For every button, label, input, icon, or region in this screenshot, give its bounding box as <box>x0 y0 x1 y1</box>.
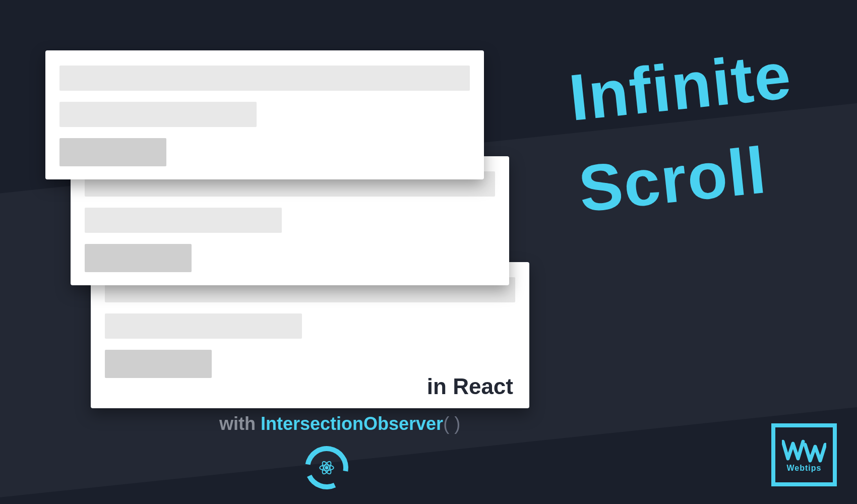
skeleton-line <box>59 138 166 166</box>
webtips-logo: Webtips <box>771 423 837 486</box>
webtips-ww-icon <box>782 437 826 463</box>
skeleton-line <box>59 102 257 127</box>
react-icon <box>319 460 334 475</box>
svg-point-0 <box>326 467 328 469</box>
subtitle-api: IntersectionObserver <box>261 413 443 434</box>
skeleton-line <box>85 244 192 272</box>
skeleton-line <box>105 350 212 378</box>
in-react-label: in React <box>427 374 513 399</box>
skeleton-line <box>105 313 302 339</box>
loading-spinner <box>305 446 350 491</box>
skeleton-line <box>85 208 282 233</box>
webtips-label: Webtips <box>787 464 822 473</box>
headline: Infinite Scroll <box>565 29 806 235</box>
subtitle-parens: ( ) <box>443 413 460 434</box>
skeleton-line <box>59 66 470 91</box>
skeleton-card <box>45 50 484 179</box>
subtitle-prefix: with <box>219 413 261 434</box>
subtitle: with IntersectionObserver( ) <box>219 413 460 434</box>
